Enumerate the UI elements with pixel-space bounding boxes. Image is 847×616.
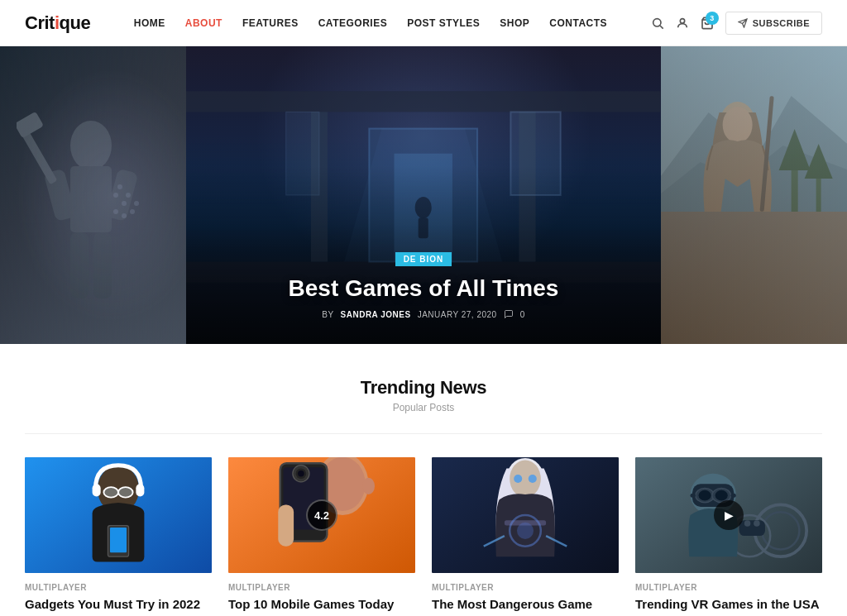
- svg-rect-6: [44, 169, 77, 222]
- nav-contacts[interactable]: CONTACTS: [549, 17, 607, 29]
- svg-point-41: [722, 107, 752, 143]
- play-badge-4: ▶: [714, 500, 744, 530]
- rating-badge-2: 4.2: [306, 499, 337, 531]
- hero-title: Best Games of All Times: [289, 275, 559, 303]
- card-thumb-4: ▶: [635, 457, 822, 573]
- svg-point-17: [122, 213, 127, 218]
- svg-point-57: [362, 478, 375, 494]
- section-title: Trending News: [25, 377, 822, 399]
- logo[interactable]: Critique: [25, 12, 90, 34]
- card-2[interactable]: 4.2 MULTIPLAYER Top 10 Mobile Games Toda…: [228, 457, 415, 616]
- svg-point-69: [529, 475, 537, 483]
- svg-rect-46: [93, 484, 101, 496]
- svg-rect-86: [691, 494, 696, 498]
- hero-left-panel[interactable]: [0, 46, 186, 344]
- hero-comments: 0: [520, 310, 525, 319]
- svg-point-89: [744, 520, 751, 527]
- nav-home[interactable]: HOME: [134, 17, 165, 29]
- svg-point-84: [699, 490, 711, 501]
- svg-point-12: [113, 193, 118, 198]
- svg-point-16: [130, 209, 135, 214]
- svg-rect-10: [17, 123, 58, 184]
- section-divider: [25, 433, 822, 434]
- svg-rect-5: [70, 166, 112, 232]
- nav-post-styles[interactable]: POST STYLES: [407, 17, 480, 29]
- svg-point-72: [517, 523, 534, 539]
- svg-point-15: [126, 193, 131, 198]
- card-title-1[interactable]: Gadgets You Must Try in 2022: [25, 596, 212, 613]
- nav-shop[interactable]: SHOP: [500, 17, 529, 29]
- svg-rect-8: [70, 232, 89, 298]
- section-subtitle: Popular Posts: [25, 402, 822, 413]
- card-thumb-1: [25, 457, 212, 573]
- trending-section: Trending News Popular Posts: [0, 344, 847, 616]
- section-header: Trending News Popular Posts: [25, 377, 822, 413]
- card-title-4[interactable]: Trending VR Games in the USA: [635, 596, 822, 613]
- svg-point-2: [680, 18, 684, 22]
- svg-rect-52: [110, 528, 127, 552]
- hero-slider: DE BION Best Games of All Times BY SANDR…: [0, 46, 847, 344]
- svg-point-13: [122, 201, 127, 206]
- nav-about[interactable]: ABOUT: [185, 17, 223, 29]
- svg-point-68: [514, 475, 522, 483]
- hero-author[interactable]: SANDRA JONES: [341, 310, 411, 319]
- svg-point-85: [715, 490, 728, 501]
- card-title-3[interactable]: The Most Dangerous Game: [432, 596, 619, 613]
- svg-marker-38: [804, 144, 832, 179]
- header-actions: 3 SUBSCRIBE: [651, 12, 822, 35]
- svg-rect-7: [106, 169, 139, 222]
- nav-features[interactable]: FEATURES: [242, 17, 299, 29]
- svg-marker-36: [778, 129, 810, 170]
- cart-button[interactable]: 3: [701, 17, 714, 30]
- cart-badge: 3: [706, 12, 719, 25]
- svg-point-0: [653, 18, 660, 26]
- hero-tag[interactable]: DE BION: [395, 252, 452, 266]
- user-button[interactable]: [676, 17, 689, 30]
- card-title-2[interactable]: Top 10 Mobile Games Today: [228, 596, 415, 613]
- svg-point-14: [117, 184, 122, 189]
- hero-right-panel[interactable]: [661, 46, 847, 344]
- hero-date: JANUARY 27, 2020: [418, 310, 497, 319]
- svg-point-48: [103, 487, 118, 498]
- card-thumb-2: 4.2: [228, 457, 415, 573]
- svg-point-40: [719, 102, 755, 148]
- search-button[interactable]: [651, 17, 664, 30]
- site-header: Critique HOME ABOUT FEATURES CATEGORIES …: [0, 0, 847, 46]
- subscribe-button[interactable]: SUBSCRIBE: [725, 12, 822, 35]
- main-nav: HOME ABOUT FEATURES CATEGORIES POST STYL…: [134, 17, 607, 29]
- svg-rect-87: [731, 494, 736, 498]
- svg-rect-11: [17, 112, 44, 138]
- svg-rect-42: [759, 96, 773, 212]
- subscribe-label: SUBSCRIBE: [753, 18, 810, 28]
- card-category-2: MULTIPLAYER: [228, 583, 415, 592]
- svg-rect-35: [791, 162, 797, 212]
- card-category-4: MULTIPLAYER: [635, 583, 822, 592]
- svg-point-18: [134, 201, 139, 206]
- svg-rect-32: [661, 46, 847, 212]
- hero-meta: BY SANDRA JONES JANUARY 27, 2020 0: [322, 309, 525, 319]
- cards-row: MULTIPLAYER Gadgets You Must Try in 2022…: [25, 457, 822, 616]
- svg-line-1: [660, 26, 663, 29]
- card-thumb-3: [432, 457, 619, 573]
- svg-rect-9: [93, 232, 112, 298]
- svg-point-90: [754, 520, 760, 527]
- hero-main-panel[interactable]: DE BION Best Games of All Times BY SANDR…: [186, 46, 660, 344]
- card-1[interactable]: MULTIPLAYER Gadgets You Must Try in 2022…: [25, 457, 212, 616]
- svg-rect-37: [816, 174, 821, 212]
- card-4[interactable]: ▶ MULTIPLAYER Trending VR Games in the U…: [635, 457, 822, 616]
- card-category-3: MULTIPLAYER: [432, 583, 619, 592]
- svg-rect-39: [661, 212, 847, 344]
- svg-point-19: [113, 209, 118, 214]
- svg-rect-63: [278, 504, 294, 546]
- svg-rect-88: [739, 520, 765, 536]
- hero-by: BY: [322, 310, 333, 319]
- svg-point-4: [70, 121, 112, 170]
- svg-marker-33: [661, 96, 847, 212]
- svg-marker-34: [661, 146, 847, 212]
- nav-categories[interactable]: CATEGORIES: [318, 17, 387, 29]
- svg-point-49: [118, 487, 133, 498]
- svg-rect-47: [136, 484, 144, 496]
- card-category-1: MULTIPLAYER: [25, 583, 212, 592]
- card-3[interactable]: MULTIPLAYER The Most Dangerous Game BY S…: [432, 457, 619, 616]
- svg-point-62: [298, 470, 304, 477]
